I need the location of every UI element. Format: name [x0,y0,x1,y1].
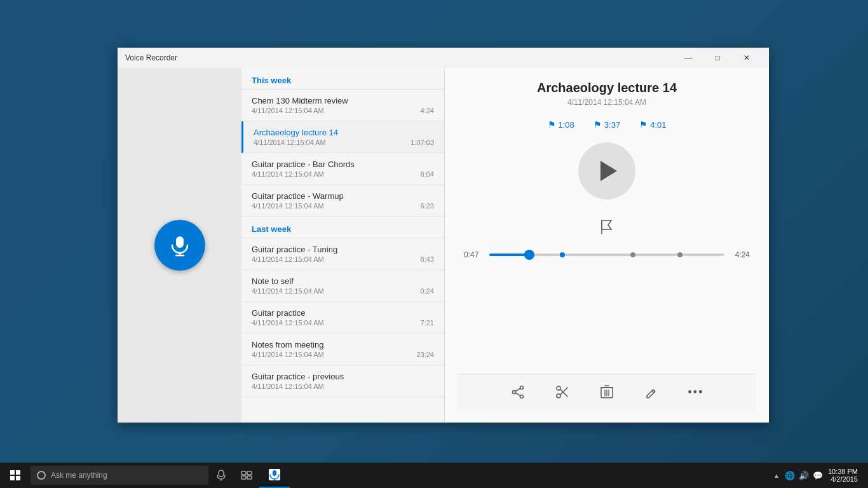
item-date: 4/11/2014 12:15:04 AM [252,170,324,178]
item-name: Notes from meeting [252,340,434,349]
item-name: Archaeology lecture 14 [254,128,434,137]
taskbar-clock: 10:38 PM 4/2/2015 [828,468,863,483]
svg-rect-20 [219,470,224,477]
trim-icon [555,385,569,399]
rename-button[interactable] [639,379,664,405]
windows-icon [10,470,20,480]
taskbar-apps [259,463,290,488]
left-panel [118,68,241,423]
marker-time-3: 4:01 [650,120,666,130]
item-name: Guitar practice - Tuning [252,245,434,254]
task-view-button[interactable] [234,463,259,488]
item-name: Guitar practice - Bar Chords [252,159,434,169]
item-duration: 8:43 [421,255,434,263]
recording-title: Archaeology lecture 14 [537,81,677,95]
taskbar-mic-button[interactable] [208,463,234,488]
item-date: 4/11/2014 12:15:04 AM [252,319,324,327]
item-duration: 1:07:03 [410,139,434,146]
play-button[interactable] [578,142,635,200]
list-item[interactable]: Guitar practice 4/11/2014 12:15:04 AM 7:… [241,302,444,334]
item-date: 4/11/2014 12:15:04 AM [252,107,324,114]
record-button[interactable] [154,220,205,271]
voice-recorder-taskbar-app[interactable] [259,463,290,488]
item-date: 4/11/2014 12:15:04 AM [252,255,324,263]
share-icon [511,385,525,399]
window-title: Voice Recorder [125,53,177,62]
rename-icon [645,385,658,399]
marker-3[interactable]: ⚑ 4:01 [639,119,666,130]
taskbar-mic-icon [217,470,226,481]
voice-recorder-app-icon [268,468,281,481]
list-item[interactable]: Chem 130 Midterm review 4/11/2014 12:15:… [241,90,444,121]
delete-button[interactable] [594,379,620,405]
system-icons: 🌐 🔊 💬 [785,471,823,480]
total-time: 4:24 [731,250,750,259]
start-button[interactable] [0,463,31,488]
list-item[interactable]: Guitar practice - Tuning 4/11/2014 12:15… [241,238,444,270]
marker-2[interactable]: ⚑ 3:37 [593,119,620,130]
bottom-toolbar: ••• [458,374,756,410]
flag-icon-2: ⚑ [593,119,602,130]
svg-line-12 [560,390,568,397]
svg-point-5 [520,395,524,398]
item-duration: 23:24 [416,351,434,358]
svg-line-7 [515,388,520,391]
add-marker-button[interactable] [599,219,615,238]
search-placeholder: Ask me anything [51,471,107,480]
item-duration: 8:04 [421,170,434,178]
marker-1[interactable]: ⚑ 1:08 [548,119,574,130]
close-button[interactable]: ✕ [732,48,761,68]
current-time: 0:47 [464,250,483,259]
mic-icon [168,234,191,257]
last-week-header: Last week [241,217,444,238]
network-icon[interactable]: 🌐 [785,471,795,480]
notifications-icon[interactable]: 💬 [813,471,823,480]
delete-icon [600,385,613,399]
svg-rect-25 [247,476,252,479]
more-button[interactable]: ••• [683,379,709,405]
volume-icon[interactable]: 🔊 [799,471,809,480]
marker-dot-1 [560,252,565,257]
item-name: Note to self [252,276,434,286]
list-item[interactable]: Archaeology lecture 14 4/11/2014 12:15:0… [241,121,444,153]
svg-point-4 [520,386,524,390]
item-name: Chem 130 Midterm review [252,96,434,105]
clock-time: 10:38 PM [828,468,858,475]
flag-icon-3: ⚑ [639,119,648,130]
progress-track[interactable] [489,254,724,256]
item-date: 4/11/2014 12:15:04 AM [252,287,324,295]
list-item[interactable]: Note to self 4/11/2014 12:15:04 AM 0:24 [241,270,444,302]
marker-time-1: 1:08 [559,120,574,130]
progress-fill [489,254,529,256]
maximize-button[interactable]: □ [703,48,732,68]
list-item[interactable]: Guitar practice - Warmup 4/11/2014 12:15… [241,185,444,217]
trim-button[interactable] [550,379,575,405]
taskbar: Ask me anything [0,463,868,488]
play-area: 0:47 4:24 [458,142,756,374]
item-date: 4/11/2014 12:15:04 AM [252,383,324,390]
marker-dot-2 [630,252,635,257]
progress-thumb[interactable] [524,250,534,260]
svg-rect-22 [241,471,246,475]
item-name: Guitar practice - Warmup [252,191,434,201]
svg-rect-0 [176,236,184,248]
system-tray: ▲ 🌐 🔊 💬 10:38 PM 4/2/2015 [773,468,868,483]
recording-list[interactable]: This week Chem 130 Midterm review 4/11/2… [241,68,445,423]
svg-line-11 [560,388,568,395]
show-hidden-icons-button[interactable]: ▲ [773,472,780,479]
item-date: 4/11/2014 12:15:04 AM [252,202,324,210]
list-item[interactable]: Notes from meeting 4/11/2014 12:15:04 AM… [241,334,444,365]
window-body: This week Chem 130 Midterm review 4/11/2… [118,68,769,423]
svg-line-8 [515,393,520,396]
flag-add-icon [599,219,615,235]
list-item[interactable]: Guitar practice - Bar Chords 4/11/2014 1… [241,153,444,185]
share-button[interactable] [505,379,531,405]
progress-container[interactable]: 0:47 4:24 [458,250,756,259]
svg-rect-23 [247,471,252,475]
list-item[interactable]: Guitar practice - previous 4/11/2014 12:… [241,365,444,397]
minimize-button[interactable]: — [674,48,703,68]
item-duration: 6:23 [421,202,434,210]
titlebar: Voice Recorder — □ ✕ [118,48,769,68]
item-duration: 7:21 [421,319,434,327]
taskbar-search[interactable]: Ask me anything [31,466,208,485]
